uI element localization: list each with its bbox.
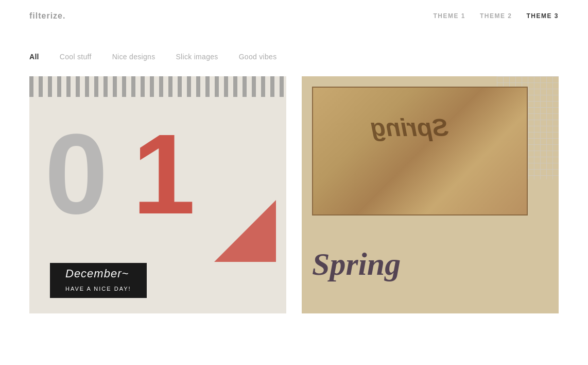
gallery-grid: 0 1 December~HAVE A NICE DAY! Spring Spr… <box>0 76 588 313</box>
gallery-item-1[interactable]: 0 1 December~HAVE A NICE DAY! <box>29 76 286 313</box>
filter-nice[interactable]: Nice designs <box>112 53 155 61</box>
gallery-image-1: 0 1 December~HAVE A NICE DAY! <box>29 76 286 313</box>
number-one-decoration: 1 <box>132 118 195 231</box>
site-header: FILTERIZE. THEME 1 THEME 2 THEME 3 <box>0 0 588 32</box>
red-triangle-decoration <box>214 200 276 262</box>
gallery-item-2[interactable]: Spring Spring <box>302 76 559 313</box>
december-banner: December~HAVE A NICE DAY! <box>50 263 147 298</box>
main-nav: THEME 1 THEME 2 THEME 3 <box>433 10 559 22</box>
filter-good[interactable]: Good vibes <box>239 53 277 61</box>
site-logo: FILTERIZE. <box>29 11 65 21</box>
wood-block: Spring <box>312 87 528 215</box>
filter-all[interactable]: All <box>29 53 39 61</box>
nav-theme1[interactable]: THEME 1 <box>433 10 465 22</box>
nav-theme3[interactable]: THEME 3 <box>526 10 559 22</box>
filter-cool[interactable]: Cool stuff <box>60 53 92 61</box>
filter-slick[interactable]: Slick images <box>176 53 218 61</box>
spring-carved-text: Spring <box>328 113 491 142</box>
gallery-image-2: Spring Spring <box>302 76 559 313</box>
filter-bar: All Cool stuff Nice designs Slick images… <box>0 32 588 76</box>
number-zero-decoration: 0 <box>45 118 108 231</box>
nav-theme2[interactable]: THEME 2 <box>480 10 512 22</box>
spring-print-text: Spring <box>312 246 528 283</box>
